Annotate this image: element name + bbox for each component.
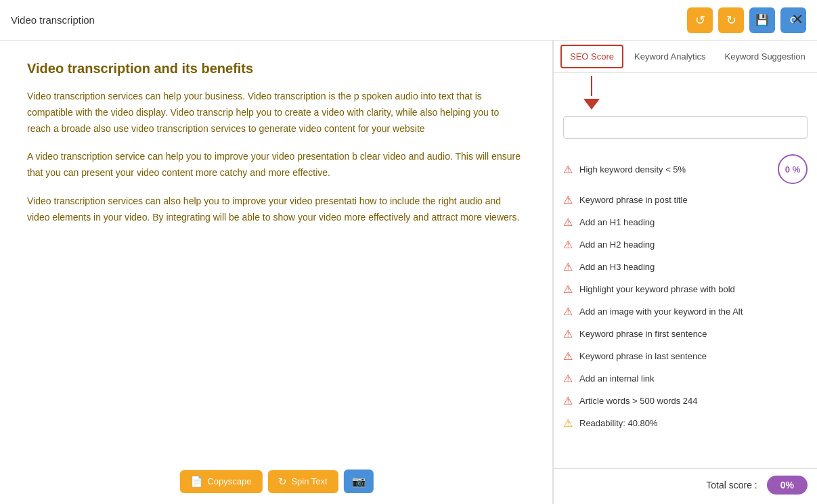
tab-keyword-suggestion[interactable]: Keyword Suggestion [717, 46, 814, 67]
warning-icon-readability: ⚠ [563, 417, 573, 430]
save-button[interactable]: 💾 [749, 7, 775, 33]
seo-items: ⚠ High keyword density < 5% 0 % ⚠ Keywor… [554, 145, 817, 468]
keyword-input[interactable] [563, 116, 808, 139]
total-score-badge: 0% [767, 476, 808, 495]
total-score-row: Total score : 0% [554, 468, 817, 504]
seo-item-text-post-title: Keyword phrase in post title [579, 195, 808, 205]
warning-icon-last-sentence: ⚠ [563, 350, 573, 363]
more-button[interactable]: 📷 [344, 469, 374, 493]
copyscape-label: Copyscape [207, 476, 251, 486]
article-heading: Video transcription and its benefits [27, 61, 525, 76]
seo-item-text-last-sentence: Keyword phrase in last sentence [579, 351, 808, 361]
editor-wrapper: Video transcription and its benefits Vid… [0, 41, 553, 504]
seo-panel: SEO Score Keyword Analytics Keyword Sugg… [553, 41, 817, 504]
copyscape-icon: 📄 [190, 476, 203, 488]
warning-icon-bold: ⚠ [563, 283, 573, 296]
warning-icon-post-title: ⚠ [563, 193, 573, 206]
seo-item-alt: ⚠ Add an image with your keyword in the … [554, 300, 817, 323]
seo-item-density: ⚠ High keyword density < 5% 0 % [554, 150, 817, 189]
density-badge: 0 % [778, 154, 808, 184]
arrow-indicator [554, 73, 817, 112]
warning-icon-alt: ⚠ [563, 305, 573, 318]
warning-icon-h2: ⚠ [563, 238, 573, 251]
arrow-line [591, 76, 592, 96]
seo-tabs: SEO Score Keyword Analytics Keyword Sugg… [554, 41, 817, 73]
toolbar-title: Video transcription [11, 14, 682, 26]
redo-button[interactable]: ↺ [687, 7, 713, 33]
warning-icon-internal-link: ⚠ [563, 372, 573, 385]
seo-item-readability: ⚠ Readability: 40.80% [554, 412, 817, 434]
seo-item-text-word-count: Article words > 500 words 244 [579, 396, 808, 406]
warning-icon-density: ⚠ [563, 163, 573, 176]
keyword-input-wrap [554, 112, 817, 145]
warning-icon-h1: ⚠ [563, 216, 573, 229]
seo-item-last-sentence: ⚠ Keyword phrase in last sentence [554, 345, 817, 367]
seo-item-text-first-sentence: Keyword phrase in first sentence [579, 329, 808, 339]
seo-item-bold: ⚠ Highlight your keyword phrase with bol… [554, 278, 817, 300]
spintext-button[interactable]: ↻ Spin Text [267, 470, 338, 493]
tab-seo-score[interactable]: SEO Score [560, 45, 623, 68]
warning-icon-h3: ⚠ [563, 260, 573, 273]
close-button[interactable]: ✕ [787, 9, 808, 30]
seo-item-text-bold: Highlight your keyword phrase with bold [579, 284, 808, 294]
seo-item-text-alt: Add an image with your keyword in the Al… [579, 306, 808, 317]
article-paragraph-2: A video transcription service can help y… [27, 149, 525, 181]
spintext-icon: ↻ [278, 476, 287, 488]
article-paragraph-3: Video transcription services can also he… [27, 193, 525, 226]
seo-item-h2: ⚠ Add an H2 heading [554, 233, 817, 256]
seo-item-post-title: ⚠ Keyword phrase in post title [554, 189, 817, 211]
more-icon: 📷 [352, 475, 366, 488]
editor-area: Video transcription and its benefits Vid… [0, 41, 553, 504]
editor-content: Video transcription and its benefits Vid… [27, 61, 525, 226]
seo-item-first-sentence: ⚠ Keyword phrase in first sentence [554, 323, 817, 345]
seo-item-h1: ⚠ Add an H1 heading [554, 211, 817, 233]
seo-item-internal-link: ⚠ Add an internal link [554, 367, 817, 390]
undo-icon: ↻ [726, 13, 736, 28]
tab-keyword-analytics[interactable]: Keyword Analytics [626, 46, 714, 67]
warning-icon-first-sentence: ⚠ [563, 327, 573, 340]
arrow-down [583, 99, 600, 110]
seo-item-text-internal-link: Add an internal link [579, 373, 808, 384]
seo-item-text-density: High keyword density < 5% [579, 164, 771, 175]
seo-item-text-h3: Add an H3 heading [579, 262, 808, 272]
warning-icon-word-count: ⚠ [563, 394, 573, 407]
seo-item-word-count: ⚠ Article words > 500 words 244 [554, 390, 817, 412]
save-icon: 💾 [755, 14, 769, 26]
toolbar: Video transcription ↺ ↻ 💾 G [0, 0, 817, 41]
spintext-label: Spin Text [291, 476, 327, 486]
copyscape-button[interactable]: 📄 Copyscape [179, 470, 262, 493]
density-value: 0 % [785, 164, 800, 175]
seo-item-text-h1: Add an H1 heading [579, 217, 808, 227]
seo-item-text-h2: Add an H2 heading [579, 239, 808, 250]
seo-item-text-readability: Readability: 40.80% [579, 418, 808, 428]
main-layout: Video transcription and its benefits Vid… [0, 41, 817, 504]
article-paragraph-1: Video transcription services can help yo… [27, 89, 525, 137]
redo-icon: ↺ [695, 13, 705, 28]
undo-button[interactable]: ↻ [718, 7, 744, 33]
seo-item-h3: ⚠ Add an H3 heading [554, 256, 817, 278]
total-score-label: Total score : [706, 480, 757, 490]
bottom-toolbar: 📄 Copyscape ↻ Spin Text 📷 [179, 469, 373, 493]
